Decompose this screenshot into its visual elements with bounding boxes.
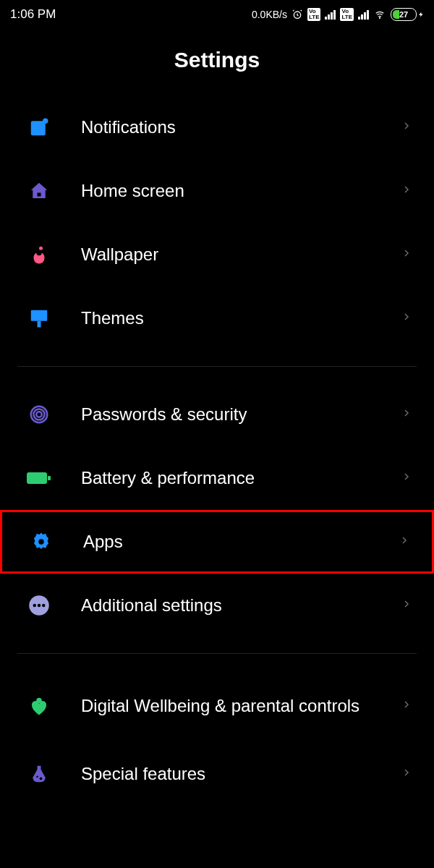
notifications-icon	[26, 116, 52, 138]
settings-row-label: Apps	[83, 531, 371, 553]
status-time: 1:06 PM	[10, 7, 56, 22]
chevron-right-icon	[402, 597, 412, 614]
signal-icon-1	[325, 9, 336, 20]
chevron-right-icon	[402, 119, 412, 136]
svg-rect-2	[31, 121, 46, 135]
svg-point-17	[42, 604, 46, 608]
chevron-right-icon	[402, 182, 412, 200]
svg-point-19	[40, 777, 43, 780]
settings-row-additional-settings[interactable]: Additional settings	[0, 574, 434, 637]
battery-indicator: 27	[391, 8, 424, 21]
chevron-right-icon	[402, 406, 412, 423]
svg-point-16	[38, 604, 41, 608]
settings-row-label: Digital Wellbeing & parental controls	[81, 695, 373, 717]
signal-icon-2	[358, 9, 369, 20]
settings-row-wallpaper[interactable]: Wallpaper	[0, 223, 434, 286]
alarm-icon	[292, 9, 303, 20]
settings-row-passwords-security[interactable]: Passwords & security	[0, 383, 434, 446]
svg-point-1	[379, 17, 380, 18]
settings-row-home-screen[interactable]: Home screen	[0, 159, 434, 223]
settings-row-label: Wallpaper	[81, 244, 373, 265]
settings-row-digital-wellbeing[interactable]: Digital Wellbeing & parental controls	[0, 670, 434, 742]
page-title: Settings	[0, 26, 434, 95]
svg-point-13	[38, 539, 44, 545]
settings-row-label: Themes	[81, 307, 373, 329]
chevron-right-icon	[402, 765, 412, 783]
settings-row-label: Battery & performance	[81, 467, 373, 489]
svg-rect-7	[38, 321, 41, 328]
chevron-right-icon	[402, 246, 412, 263]
svg-point-15	[33, 604, 37, 608]
chevron-right-icon	[400, 533, 410, 550]
settings-row-special-features[interactable]: Special features	[0, 742, 434, 806]
divider	[17, 366, 417, 367]
settings-group-0: Notifications Home screen Wallpaper Them…	[0, 95, 434, 350]
more-icon	[26, 595, 52, 616]
volte-badge-2: VoLTE	[340, 8, 354, 21]
svg-point-20	[36, 776, 38, 778]
settings-row-label: Home screen	[81, 180, 373, 202]
svg-point-5	[39, 247, 43, 250]
svg-rect-12	[48, 476, 51, 480]
settings-row-label: Passwords & security	[81, 404, 373, 425]
themes-icon	[26, 307, 52, 329]
chevron-right-icon	[402, 697, 412, 715]
battery-percent: 27	[399, 10, 408, 19]
svg-point-10	[36, 412, 42, 417]
charging-icon	[418, 9, 424, 20]
heart-icon	[26, 695, 52, 717]
status-indicators: 0.0KB/s VoLTE VoLTE 27	[252, 8, 424, 21]
wallpaper-icon	[26, 244, 52, 265]
network-speed: 0.0KB/s	[252, 9, 287, 20]
fingerprint-icon	[26, 404, 52, 425]
battery-icon	[26, 471, 52, 485]
svg-rect-6	[31, 310, 48, 321]
chevron-right-icon	[402, 310, 412, 327]
divider	[17, 653, 417, 654]
settings-group-2: Digital Wellbeing & parental controls Sp…	[0, 670, 434, 806]
flask-icon	[26, 763, 52, 785]
settings-row-apps[interactable]: Apps	[0, 510, 434, 574]
svg-point-3	[43, 119, 48, 124]
wifi-icon	[373, 9, 386, 20]
settings-group-1: Passwords & security Battery & performan…	[0, 383, 434, 637]
settings-row-label: Additional settings	[81, 595, 373, 616]
svg-point-9	[34, 409, 45, 420]
settings-row-label: Notifications	[81, 116, 373, 138]
svg-rect-4	[38, 193, 41, 197]
status-bar: 1:06 PM 0.0KB/s VoLTE VoLTE 27	[0, 0, 434, 26]
settings-row-battery-performance[interactable]: Battery & performance	[0, 446, 434, 510]
volte-badge-1: VoLTE	[307, 8, 321, 21]
settings-row-label: Special features	[81, 763, 373, 785]
home-icon	[26, 180, 52, 202]
svg-rect-11	[27, 472, 47, 484]
chevron-right-icon	[402, 469, 412, 487]
gear-icon	[28, 531, 54, 553]
settings-row-notifications[interactable]: Notifications	[0, 95, 434, 159]
settings-row-themes[interactable]: Themes	[0, 286, 434, 350]
